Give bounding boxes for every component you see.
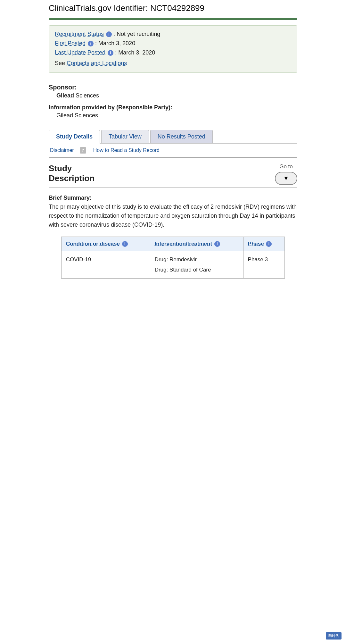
info-icon-intervention[interactable]: i	[214, 241, 220, 247]
last-update-colon: :	[115, 49, 118, 56]
tabs-row: Study Details Tabular View No Results Po…	[49, 130, 297, 144]
table-cell-condition: COVID-19	[61, 251, 150, 278]
info-icon-recruitment[interactable]: i	[106, 31, 112, 37]
recruitment-colon: :	[113, 31, 117, 37]
tab-tabular-view[interactable]: Tabular View	[101, 130, 149, 143]
recruitment-status-line: Recruitment Status i : Not yet recruitin…	[55, 31, 291, 38]
first-posted-line: First Posted i : March 3, 2020	[55, 40, 291, 47]
see-contacts-line: See Contacts and Locations	[55, 60, 291, 67]
recruitment-status-link[interactable]: Recruitment Status	[55, 31, 104, 37]
info-provider-label: Information provided by (Responsible Par…	[49, 104, 297, 111]
page-title: ClinicalTrials.gov Identifier: NCT042928…	[49, 3, 297, 15]
disclaimer-link[interactable]: Disclaimer	[50, 147, 74, 153]
sponsor-label: Sponsor:	[49, 84, 297, 91]
tab-no-results[interactable]: No Results Posted	[150, 130, 213, 143]
first-posted-link[interactable]: First Posted	[55, 40, 86, 46]
brief-summary-section: Brief Summary: The primary objective of …	[49, 194, 297, 230]
study-description-header: Study Description Go to ▼	[49, 163, 297, 185]
study-desc-title-line1: Study	[49, 163, 95, 173]
phase-col-label: Phase	[248, 241, 264, 247]
goto-chevron-icon: ▼	[283, 175, 289, 182]
brief-summary-text: The primary objective of this study is t…	[49, 204, 297, 228]
sponsor-name-rest: Sciences	[74, 92, 99, 99]
tab-study-details[interactable]: Study Details	[49, 130, 100, 144]
last-update-link[interactable]: Last Update Posted	[55, 49, 105, 56]
see-text: See	[55, 60, 65, 66]
green-bar	[49, 18, 297, 20]
info-icon-condition[interactable]: i	[122, 241, 128, 247]
info-icon-last-update[interactable]: i	[108, 50, 113, 56]
last-update-line: Last Update Posted i : March 3, 2020	[55, 49, 291, 56]
first-posted-value: March 3, 2020	[98, 40, 135, 46]
study-description-title: Study Description	[49, 163, 95, 183]
intervention-item: Drug: Standard of Care	[155, 267, 239, 273]
help-icon: ?	[80, 147, 86, 154]
section-divider	[49, 188, 297, 188]
col-header-phase: Phase i	[243, 237, 285, 251]
table-row: COVID-19Drug: RemdesivirDrug: Standard o…	[61, 251, 284, 278]
recruitment-value: Not yet recruiting	[117, 31, 160, 37]
sub-links: Disclaimer ? How to Read a Study Record	[49, 144, 297, 157]
col-header-condition: Condition or disease i	[61, 237, 150, 251]
info-provider-value: Gilead Sciences	[56, 112, 297, 119]
col-header-intervention: Intervention/treatment i	[150, 237, 243, 251]
study-table: Condition or disease i Intervention/trea…	[61, 237, 285, 279]
brief-summary-label: Brief Summary:	[49, 195, 92, 201]
info-provider-section: Information provided by (Responsible Par…	[49, 104, 297, 119]
status-box: Recruitment Status i : Not yet recruitin…	[49, 25, 297, 73]
intervention-col-label: Intervention/treatment	[155, 241, 212, 247]
how-to-read-link[interactable]: How to Read a Study Record	[93, 147, 160, 153]
goto-section: Go to ▼	[275, 163, 297, 185]
info-icon-phase[interactable]: i	[266, 241, 272, 247]
goto-button[interactable]: ▼	[275, 172, 297, 185]
first-posted-colon: :	[95, 40, 98, 46]
contacts-locations-link[interactable]: Contacts and Locations	[67, 60, 127, 66]
divider	[49, 157, 297, 158]
table-header-row: Condition or disease i Intervention/trea…	[61, 237, 284, 251]
sponsor-value: Gilead Sciences	[56, 92, 297, 99]
goto-label: Go to	[279, 163, 293, 170]
table-cell-phase: Phase 3	[243, 251, 285, 278]
condition-col-label: Condition or disease	[66, 241, 120, 247]
sponsor-section: Sponsor: Gilead Sciences Information pro…	[49, 80, 297, 121]
sponsor-name-highlight: Gilead	[56, 92, 74, 99]
last-update-value: March 3, 2020	[118, 49, 155, 56]
table-cell-intervention: Drug: RemdesivirDrug: Standard of Care	[150, 251, 243, 278]
study-desc-title-line2: Description	[49, 173, 95, 183]
intervention-item: Drug: Remdesivir	[155, 256, 239, 263]
info-icon-first-posted[interactable]: i	[88, 41, 94, 46]
